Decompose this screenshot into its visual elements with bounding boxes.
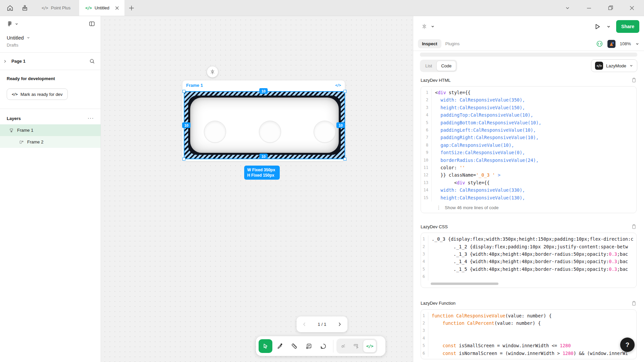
frame-code-icon[interactable]: </>: [335, 83, 341, 87]
code-line: 6: [421, 273, 636, 280]
code-text: function CalPercent(value: number) {: [428, 319, 541, 327]
ready-for-dev-heading: Ready for development: [7, 76, 94, 81]
tab-label: Untitled: [95, 5, 109, 10]
code-line: 9 fontSize:CalResponsiveValue(0),: [421, 149, 636, 156]
toggle-sidebar-button[interactable]: [89, 20, 95, 27]
minimize-button[interactable]: [584, 5, 594, 11]
line-number: 3: [421, 327, 428, 334]
chevron-down-icon: [565, 6, 570, 10]
height-value: H Fixed 150px: [247, 173, 277, 178]
comment-tool-button[interactable]: [316, 339, 330, 353]
code-icon: </>: [366, 344, 373, 349]
ruler-tool-button[interactable]: [287, 339, 301, 353]
layer-name: Frame 2: [27, 139, 43, 144]
tab-label: Point Plus: [51, 5, 71, 10]
selected-frame[interactable]: [184, 91, 345, 159]
run-button[interactable]: [593, 23, 601, 31]
code-icon: </>: [42, 6, 48, 10]
help-button[interactable]: ?: [620, 338, 635, 352]
code-line: 2 function CalPercent(value: number) {: [421, 319, 636, 327]
frame-vertical-icon: [9, 128, 14, 133]
code-line: 4 paddingTop:CalResponsiveValue(10),: [421, 111, 636, 119]
tab-inspect[interactable]: Inspect: [418, 39, 441, 48]
code-text: [428, 273, 432, 280]
dev-code-tool-button[interactable]: </>: [363, 340, 376, 353]
line-number: 2: [421, 319, 428, 327]
close-tab-icon[interactable]: [114, 5, 120, 11]
code-text: [428, 327, 432, 334]
code-text: ._1_4 {width:48px;height:48px;border-rad…: [428, 258, 628, 265]
line-number: 11: [421, 164, 432, 171]
code-text: function CalResponsiveValue(value: numbe…: [428, 312, 552, 319]
tab-plugins[interactable]: Plugins: [441, 39, 464, 48]
next-page-button[interactable]: [337, 322, 342, 327]
show-more-lines[interactable]: ⋮ Show 46 more lines of code: [421, 201, 636, 211]
scribble-tool-button[interactable]: [337, 340, 350, 353]
line-number: 6: [421, 126, 432, 134]
plugin-tool-dropdown[interactable]: [421, 23, 435, 29]
selection-handle[interactable]: [182, 158, 185, 161]
zoom-chevron-icon[interactable]: [635, 42, 639, 46]
copy-icon[interactable]: [631, 301, 637, 306]
lazymode-select[interactable]: </> LazyMode: [591, 59, 637, 72]
plugin-widget-button[interactable]: [207, 66, 218, 77]
code-line: 5 ._1_5 {width:48px;height:48px;border-r…: [421, 265, 636, 273]
circle-shape: [259, 121, 281, 143]
line-number: 7: [421, 134, 432, 141]
select-tool-button[interactable]: [259, 339, 272, 353]
plugin-thumbnail-icon[interactable]: [607, 40, 615, 48]
copy-icon[interactable]: [631, 77, 637, 83]
plugin-widget-icon: [210, 69, 215, 75]
eyedropper-icon: [277, 343, 283, 350]
search-button[interactable]: [89, 58, 95, 64]
copy-icon[interactable]: [631, 224, 637, 229]
lazydev-css-code: 1._0_3 {display:flex;width:350px;height:…: [421, 233, 637, 288]
line-number: 13: [421, 179, 432, 186]
home-button[interactable]: [3, 0, 17, 16]
show-more-label: Show 46 more lines of code: [445, 205, 498, 210]
line-number: 15: [421, 194, 432, 201]
tab-point-plus[interactable]: </> Point Plus: [36, 0, 76, 16]
dev-mode-status-icon[interactable]: [596, 40, 603, 47]
measure-tool-button[interactable]: [350, 340, 362, 353]
toggle-code[interactable]: Code: [436, 61, 456, 71]
close-window-button[interactable]: [627, 5, 637, 11]
mark-ready-for-dev-button[interactable]: </> Mark as ready for dev: [7, 88, 68, 100]
code-line: 1function CalResponsiveValue(value: numb…: [421, 312, 636, 319]
plugin-widget-icon: [421, 23, 427, 29]
horizontal-scrollbar-thumb[interactable]: [431, 283, 498, 285]
page-row[interactable]: Page 1: [0, 53, 101, 70]
restore-button[interactable]: [606, 5, 615, 11]
selection-handle[interactable]: [343, 90, 346, 93]
community-button[interactable]: [17, 0, 32, 16]
figma-menu-button[interactable]: [7, 21, 18, 27]
toggle-list[interactable]: List: [421, 63, 436, 68]
file-name-menu[interactable]: Untitled: [0, 35, 101, 41]
layer-row-frame-1[interactable]: Frame 1: [0, 124, 101, 136]
measure-icon: [353, 343, 360, 349]
canvas[interactable]: Frame 1 </> 10 10 10 10 W Fixed 350px H …: [101, 16, 413, 362]
previous-page-button[interactable]: [302, 322, 307, 327]
code-line: 14 width: CalResponsiveValue(330),: [421, 186, 636, 194]
layer-row-frame-2[interactable]: Frame 2: [0, 136, 101, 148]
eyedropper-tool-button[interactable]: [273, 339, 287, 353]
code-line: 6 const isNormalScreen = (window.innerWi…: [421, 350, 636, 357]
tab-untitled[interactable]: </> Untitled: [79, 0, 124, 16]
run-options-chevron[interactable]: [606, 24, 611, 29]
layers-menu-button[interactable]: ···: [88, 117, 94, 120]
lazydev-html-code: 1<div style={{2 width: CalResponsiveValu…: [421, 86, 637, 213]
annotation-tool-button[interactable]: [302, 339, 316, 353]
frame-title-label[interactable]: Frame 1: [186, 83, 203, 88]
code-line: 10 borderRadius:CalResponsiveValue(24),: [421, 157, 636, 164]
section-title-lazydev-html: LazyDev HTML: [421, 78, 451, 83]
code-text: width: CalResponsiveValue(350),: [432, 96, 525, 104]
selection-handle[interactable]: [182, 90, 185, 93]
zoom-level[interactable]: 108%: [620, 41, 631, 46]
code-line: 13 <div style={{: [421, 179, 636, 186]
code-line: 4 ._1_4 {width:48px;height:48px;border-r…: [421, 258, 636, 265]
window-menu-button[interactable]: [563, 6, 572, 10]
toolbar-divider: [333, 340, 333, 353]
new-tab-button[interactable]: [124, 0, 139, 16]
selection-handle[interactable]: [343, 158, 346, 161]
share-button[interactable]: Share: [616, 20, 639, 33]
